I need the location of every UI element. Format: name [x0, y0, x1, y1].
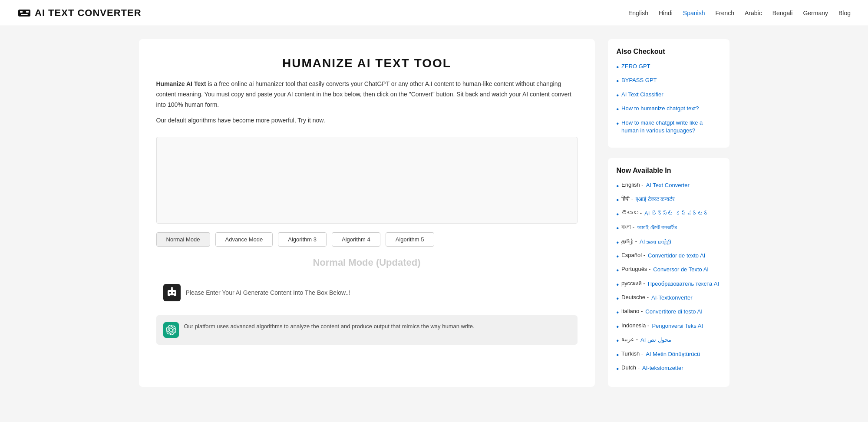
- available-title: Now Available In: [617, 167, 721, 175]
- avail-link-bengali[interactable]: আমাই টেক্সট কনভার্টার: [637, 224, 677, 231]
- avail-prefix: عربية -: [621, 336, 638, 343]
- list-item: • తెలుగు - AI టెక్స్ట్ కన్వర్టర్: [617, 210, 721, 219]
- info-text: Our platform uses advanced algorithms to…: [184, 322, 475, 331]
- bullet-icon: •: [617, 76, 619, 86]
- svg-rect-3: [21, 14, 28, 15]
- nav-item-french[interactable]: French: [715, 10, 734, 16]
- list-item: • বাংলা - আমাই টেক্সট কনভার্টার: [617, 224, 721, 233]
- nav-item-arabic[interactable]: Arabic: [745, 10, 762, 16]
- list-item: • ZERO GPT: [617, 63, 721, 72]
- bullet-icon: •: [617, 238, 619, 247]
- bullet-icon: •: [617, 350, 619, 360]
- checkout-link-bypassgpt[interactable]: BYPASS GPT: [621, 76, 657, 84]
- avail-prefix: English -: [621, 181, 644, 188]
- avail-link-portuguese[interactable]: Conversor de Texto AI: [653, 266, 709, 274]
- list-item: • Português - Conversor de Texto AI: [617, 266, 721, 275]
- checkout-link-languages[interactable]: How to make chatgpt write like a human i…: [621, 119, 720, 135]
- logo-text: AI TEXT CONVERTER: [35, 7, 142, 19]
- available-list: • English - AI Text Converter • हिंदी - …: [617, 181, 721, 374]
- algorithm4-button[interactable]: Algorithm 4: [332, 232, 380, 247]
- avail-prefix: Português -: [621, 266, 650, 272]
- checkout-links-list: • ZERO GPT • BYPASS GPT • AI Text Classi…: [617, 63, 721, 135]
- also-checkout-card: Also Checkout • ZERO GPT • BYPASS GPT • …: [608, 39, 729, 148]
- avail-prefix: Español -: [621, 252, 645, 258]
- mode-buttons-container: Normal Mode Advance Mode Algorithm 3 Alg…: [156, 232, 578, 247]
- avail-link-italian[interactable]: Convertitore di testo AI: [645, 308, 703, 316]
- list-item: • हिंदी - एआई टेक्स्ट कन्वर्टर: [617, 195, 721, 205]
- bullet-icon: •: [617, 181, 619, 191]
- nav-item-germany[interactable]: Germany: [803, 10, 828, 16]
- bullet-icon: •: [617, 195, 619, 205]
- avail-link-english[interactable]: AI Text Converter: [646, 181, 690, 189]
- svg-rect-2: [26, 11, 29, 13]
- checkout-link-zerogpt[interactable]: ZERO GPT: [621, 63, 650, 70]
- available-in-card: Now Available In • English - AI Text Con…: [608, 158, 729, 387]
- avail-link-arabic[interactable]: AI محول نص: [640, 336, 671, 344]
- avail-prefix: Indonesia -: [621, 322, 649, 329]
- description-rest: is a free online ai humanizer tool that …: [156, 80, 571, 108]
- avail-link-indonesia[interactable]: Pengonversi Teks AI: [652, 322, 703, 330]
- tool-title: HUMANIZE AI TEXT TOOL: [156, 56, 578, 70]
- avail-link-hindi[interactable]: एआई टेक्स्ट कन्वर्टर: [636, 195, 675, 203]
- list-item: • Deutsche - AI-Textkonverter: [617, 294, 721, 303]
- list-item: • AI Text Classifier: [617, 91, 721, 100]
- svg-rect-6: [173, 292, 175, 293]
- list-item: • BYPASS GPT: [617, 76, 721, 86]
- nav-item-bengali[interactable]: Bengali: [772, 10, 793, 16]
- list-item: • عربية - AI محول نص: [617, 336, 721, 346]
- list-item: • English - AI Text Converter: [617, 181, 721, 191]
- advance-mode-button[interactable]: Advance Mode: [215, 232, 273, 247]
- avail-link-tamil[interactable]: AI உரை மாற்றி: [640, 238, 671, 246]
- logo: AI TEXT CONVERTER: [17, 7, 142, 19]
- svg-rect-1: [20, 11, 23, 13]
- sidebar: Also Checkout • ZERO GPT • BYPASS GPT • …: [608, 39, 729, 387]
- avail-prefix: русский -: [621, 280, 645, 287]
- avail-link-telugu[interactable]: AI టెక్స్ట్ కన్వర్టర్: [644, 210, 709, 218]
- bullet-icon: •: [617, 252, 619, 261]
- avail-link-russian[interactable]: Преобразователь текста AI: [648, 280, 719, 288]
- bullet-icon: •: [617, 91, 619, 100]
- main-content: HUMANIZE AI TEXT TOOL Humanize AI Text i…: [139, 39, 595, 387]
- info-box: Our platform uses advanced algorithms to…: [156, 315, 578, 345]
- bullet-icon: •: [617, 224, 619, 233]
- avail-link-german[interactable]: AI-Textkonverter: [651, 294, 693, 302]
- list-item: • Indonesia - Pengonversi Teks AI: [617, 322, 721, 332]
- svg-rect-0: [18, 10, 30, 16]
- bullet-icon: •: [617, 210, 619, 219]
- bullet-icon: •: [617, 336, 619, 346]
- list-item: • Turkish - AI Metin Dönüştürücü: [617, 350, 721, 360]
- avail-link-dutch[interactable]: AI-tekstomzetter: [642, 364, 683, 372]
- avail-prefix: Turkish -: [621, 350, 643, 357]
- svg-rect-7: [170, 295, 174, 296]
- header: AI TEXT CONVERTER EnglishHindiSpanishFre…: [0, 0, 868, 26]
- bullet-icon: •: [617, 63, 619, 72]
- avail-prefix: தமிழ் -: [621, 238, 637, 245]
- mode-label: Normal Mode (Updated): [156, 257, 578, 268]
- list-item: • italiano - Convertitore di testo AI: [617, 308, 721, 317]
- nav-item-hindi[interactable]: Hindi: [659, 10, 673, 16]
- checkout-link-humanize[interactable]: How to humanize chatgpt text?: [621, 105, 699, 112]
- algorithm5-button[interactable]: Algorithm 5: [386, 232, 434, 247]
- description-strong: Humanize AI Text: [156, 80, 206, 87]
- also-checkout-title: Also Checkout: [617, 48, 721, 56]
- list-item: • தமிழ் - AI உரை மாற்றி: [617, 238, 721, 247]
- tool-tagline: Our default algorithms have become more …: [156, 117, 578, 124]
- nav-item-english[interactable]: English: [628, 10, 648, 16]
- list-item: • Español - Convertidor de texto AI: [617, 252, 721, 261]
- robot-icon: [163, 284, 181, 301]
- avail-prefix: italiano -: [621, 308, 643, 314]
- list-item: • русский - Преобразователь текста AI: [617, 280, 721, 290]
- algorithm3-button[interactable]: Algorithm 3: [278, 232, 327, 247]
- content-textarea-area[interactable]: [156, 137, 578, 224]
- bullet-icon: •: [617, 364, 619, 374]
- avail-link-spanish[interactable]: Convertidor de texto AI: [648, 252, 705, 260]
- main-nav: EnglishHindiSpanishFrenchArabicBengaliGe…: [628, 10, 851, 16]
- checkout-link-classifier[interactable]: AI Text Classifier: [621, 91, 663, 99]
- chatgpt-icon: [163, 322, 179, 338]
- bullet-icon: •: [617, 105, 619, 114]
- nav-item-blog[interactable]: Blog: [838, 10, 851, 16]
- nav-item-spanish[interactable]: Spanish: [683, 10, 705, 16]
- avail-link-turkish[interactable]: AI Metin Dönüştürücü: [646, 350, 700, 358]
- normal-mode-button[interactable]: Normal Mode: [156, 232, 210, 247]
- bullet-icon: •: [617, 294, 619, 303]
